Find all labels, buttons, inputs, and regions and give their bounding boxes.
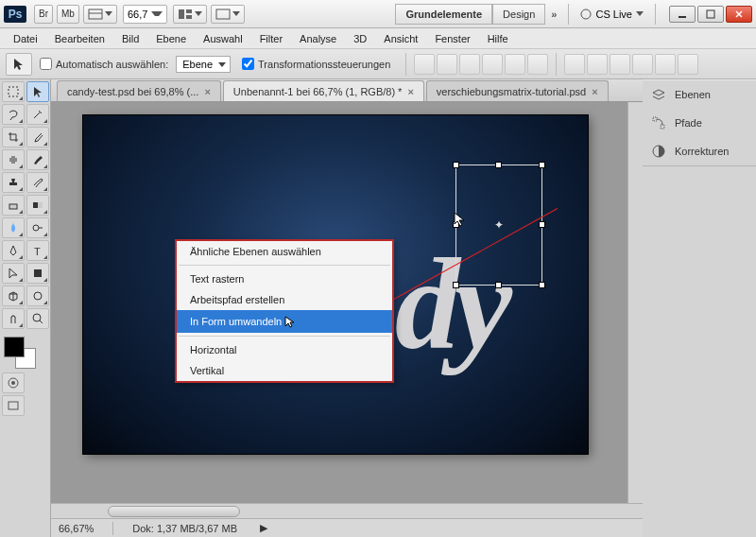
stamp-tool[interactable] [2,172,25,193]
crop-tool[interactable] [2,127,25,147]
menu-ansicht[interactable]: Ansicht [376,30,425,47]
align-bottom-button[interactable] [459,54,480,75]
transform-handle[interactable] [495,282,502,288]
vertical-scrollbar[interactable] [627,102,643,503]
transform-controls-input[interactable] [242,58,254,70]
tab-close-icon[interactable]: × [592,86,597,97]
maximize-button[interactable] [697,6,724,23]
align-vcenter-button[interactable] [437,54,457,75]
menu-bild[interactable]: Bild [114,30,146,47]
ctx-similar-layers[interactable]: Ähnliche Ebenen auswählen [177,241,392,262]
auto-select-target-combo[interactable]: Ebene [176,56,231,73]
ctx-convert-to-shape[interactable]: In Form umwandeln [177,310,392,333]
horizontal-scrollbar[interactable] [51,503,643,518]
dodge-tool[interactable] [26,217,49,238]
panel-ebenen[interactable]: Ebenen [643,80,756,109]
canvas-viewport[interactable]: Candy ✦ [51,102,627,503]
document-tab[interactable]: candy-test.psd bei 69,8% (...× [57,80,221,101]
transform-handle[interactable] [495,162,502,168]
type-tool[interactable]: T [26,240,49,261]
transform-handle[interactable] [539,282,545,288]
gradient-tool[interactable] [26,195,49,216]
workspace-more-button[interactable]: » [545,9,562,20]
status-docinfo[interactable]: Dok: 1,37 MB/3,67 MB [132,523,237,534]
menu-hilfe[interactable]: Hilfe [480,30,516,47]
transform-handle[interactable] [539,221,545,228]
transform-handle[interactable] [453,282,459,288]
canvas[interactable]: Candy ✦ [83,115,588,454]
panel-pfade[interactable]: Pfade [643,109,756,137]
workspace-grundelemente-button[interactable]: Grundelemente [395,4,492,25]
bridge-button[interactable]: Br [34,5,53,24]
brush-tool[interactable] [26,149,49,170]
pen-tool[interactable] [2,240,25,261]
auto-select-input[interactable] [40,58,52,70]
eyedropper-tool[interactable] [26,127,49,147]
document-tab[interactable]: verschiebungsmatrix-tutorial.psd× [426,80,609,101]
align-top-button[interactable] [414,54,435,75]
ctx-horizontal[interactable]: Horizontal [177,339,392,360]
minibridge-button[interactable]: Mb [57,5,79,24]
shape-tool[interactable] [26,263,49,284]
transform-controls-checkbox[interactable]: Transformationssteuerungen [242,58,390,70]
active-tool-icon[interactable] [6,53,32,76]
status-zoom[interactable]: 66,67% [59,523,94,534]
menu-fenster[interactable]: Fenster [427,30,477,47]
distribute-hcenter-button[interactable] [655,54,676,75]
distribute-vcenter-button[interactable] [587,54,608,75]
menu-auswahl[interactable]: Auswahl [196,30,250,47]
move-tool[interactable] [26,81,49,102]
3d-tool[interactable] [2,286,25,306]
history-brush-tool[interactable] [26,172,49,193]
close-button[interactable] [726,6,752,23]
distribute-left-button[interactable] [632,54,653,75]
screen-mode-tool-button[interactable] [2,395,25,416]
menu-bearbeiten[interactable]: Bearbeiten [47,30,112,47]
distribute-bottom-button[interactable] [610,54,630,75]
eraser-tool[interactable] [2,195,25,216]
zoom-level-combo[interactable]: 66,7 [123,5,167,24]
align-left-button[interactable] [482,54,503,75]
document-tab[interactable]: Unbenannt-1 bei 66,7% (1, RGB/8) *× [223,80,424,101]
healing-tool[interactable] [2,149,25,170]
status-menu-icon[interactable]: ▶ [260,522,267,534]
transform-handle[interactable] [453,162,459,168]
marquee-tool[interactable] [2,81,25,102]
3d-camera-tool[interactable] [26,286,49,306]
menu-analyse[interactable]: Analyse [292,30,344,47]
blur-tool[interactable] [2,217,25,238]
foreground-color-swatch[interactable] [4,337,25,357]
panel-korrekturen[interactable]: Korrekturen [643,137,756,165]
tab-close-icon[interactable]: × [204,86,210,97]
ctx-create-work-path[interactable]: Arbeitspfad erstellen [177,289,392,310]
arrange-docs-button[interactable] [173,5,207,24]
menu-datei[interactable]: Datei [6,30,45,47]
distribute-top-button[interactable] [564,54,585,75]
screen-mode-button[interactable] [211,5,245,24]
wand-tool[interactable] [26,104,49,125]
workspace-design-button[interactable]: Design [492,4,545,25]
cursor-icon [284,315,297,328]
menu-3d[interactable]: 3D [346,30,374,47]
hand-tool[interactable] [2,308,25,329]
minimize-button[interactable] [669,6,696,23]
auto-select-checkbox[interactable]: Automatisch auswählen: [40,58,168,70]
align-hcenter-button[interactable] [505,54,525,75]
align-right-button[interactable] [527,54,548,75]
ctx-vertical[interactable]: Vertikal [177,360,392,381]
transform-anchor-icon[interactable]: ✦ [494,218,504,232]
view-extras-button[interactable] [83,5,117,24]
menu-filter[interactable]: Filter [252,30,290,47]
cslive-button[interactable]: CS Live [580,9,644,20]
ctx-rasterize-text[interactable]: Text rastern [177,268,392,289]
quick-mask-button[interactable] [2,372,25,393]
tab-close-icon[interactable]: × [407,86,413,97]
menu-ebene[interactable]: Ebene [148,30,194,47]
distribute-right-button[interactable] [678,54,698,75]
zoom-tool[interactable] [26,308,49,329]
transform-handle[interactable] [539,162,545,168]
color-swatches[interactable] [2,335,40,369]
scrollbar-thumb[interactable] [108,506,240,517]
lasso-tool[interactable] [2,104,25,125]
path-select-tool[interactable] [2,263,25,284]
